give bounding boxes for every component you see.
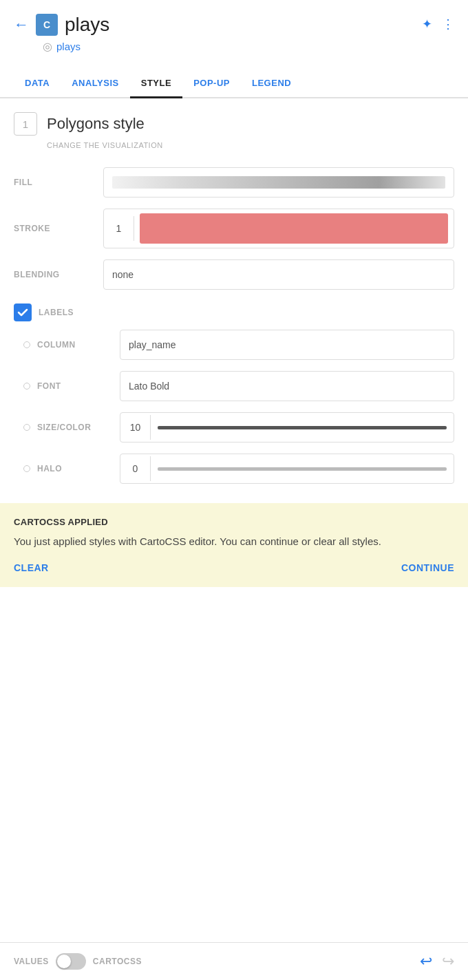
values-toggle[interactable] [56, 953, 86, 970]
move-icon[interactable]: ✦ [422, 17, 432, 32]
labels-label: LABELS [39, 308, 74, 317]
blending-value: none [112, 269, 134, 280]
footer: VALUES CARTOCSS ↩ ↪ [0, 942, 468, 980]
stroke-label: STROKE [14, 224, 96, 233]
blending-label: BLENDING [14, 270, 96, 279]
stroke-color-bar [140, 213, 448, 244]
fill-control[interactable] [103, 167, 454, 198]
header: ← C plays ✦ ⋮ [0, 0, 468, 36]
stroke-value: 1 [104, 216, 134, 241]
column-bullet [23, 341, 30, 348]
blending-control[interactable]: none [103, 259, 454, 290]
tabs: DATA ANALYSIS STYLE POP-UP LEGEND [0, 60, 468, 98]
halo-color-bar [158, 467, 447, 471]
labels-checkbox[interactable] [14, 303, 32, 321]
fill-label: FILL [14, 178, 96, 187]
header-right: ✦ ⋮ [422, 14, 454, 32]
sizecolor-row: SIZE/COLOR 10 [23, 407, 454, 448]
labels-row: LABELS [14, 295, 454, 324]
column-value: play_name [129, 339, 176, 350]
step-badge: 1 [14, 112, 37, 136]
sizecolor-bullet [23, 424, 30, 431]
tab-analysis[interactable]: ANALYSIS [61, 72, 130, 98]
halo-control[interactable]: 0 [120, 454, 454, 484]
undo-icon[interactable]: ↩ [420, 952, 432, 970]
section-subtitle: CHANGE THE VISUALIZATION [47, 141, 454, 149]
sub-rows: COLUMN play_name FONT Lato Bold SIZE/COL… [23, 324, 454, 489]
toggle-knob [57, 955, 71, 968]
column-row: COLUMN play_name [23, 324, 454, 365]
font-bullet [23, 383, 30, 390]
footer-left: VALUES CARTOCSS [14, 953, 142, 970]
more-icon[interactable]: ⋮ [442, 17, 454, 32]
font-value: Lato Bold [129, 381, 169, 392]
layer-icon: C [36, 14, 58, 36]
sizecolor-label: SIZE/COLOR [37, 423, 113, 432]
column-control[interactable]: play_name [120, 330, 454, 360]
section-title: Polygons style [47, 115, 145, 133]
style-rows: FILL STROKE 1 BLENDING none [14, 162, 454, 295]
sizecolor-color-bar [158, 426, 447, 429]
stroke-control[interactable]: 1 [103, 209, 454, 248]
redo-icon[interactable]: ↪ [442, 952, 454, 970]
blending-row: BLENDING none [14, 254, 454, 295]
halo-value: 0 [120, 456, 151, 481]
header-left: ← C plays [14, 14, 109, 36]
stroke-row: STROKE 1 [14, 203, 454, 254]
fill-bar [112, 176, 445, 189]
tab-style[interactable]: STYLE [130, 72, 182, 98]
carto-banner: CARTOCSS APPLIED You just applied styles… [0, 503, 468, 587]
cartocss-label: CARTOCSS [93, 957, 142, 966]
halo-row: HALO 0 [23, 448, 454, 489]
tab-legend[interactable]: LEGEND [241, 72, 302, 98]
halo-label: HALO [37, 464, 113, 473]
eye-icon: ◎ [43, 40, 52, 53]
content: 1 Polygons style CHANGE THE VISUALIZATIO… [0, 98, 468, 503]
carto-banner-actions: CLEAR CONTINUE [14, 562, 454, 573]
tab-data[interactable]: DATA [14, 72, 61, 98]
fill-row: FILL [14, 162, 454, 203]
footer-right: ↩ ↪ [420, 952, 454, 970]
clear-button[interactable]: CLEAR [14, 562, 49, 573]
sizecolor-control[interactable]: 10 [120, 412, 454, 443]
subtitle-link[interactable]: plays [56, 41, 81, 52]
font-row: FONT Lato Bold [23, 365, 454, 407]
carto-banner-text: You just applied styles with CartoCSS ed… [14, 534, 454, 550]
column-label: COLUMN [37, 340, 113, 350]
font-control[interactable]: Lato Bold [120, 371, 454, 401]
values-label: VALUES [14, 957, 49, 966]
tab-popup[interactable]: POP-UP [182, 72, 241, 98]
page-title: plays [65, 14, 109, 36]
subtitle-row: ◎ plays [0, 36, 468, 53]
continue-button[interactable]: CONTINUE [401, 562, 454, 573]
halo-bullet [23, 465, 30, 472]
sizecolor-value: 10 [120, 415, 151, 440]
font-label: FONT [37, 381, 113, 391]
carto-banner-title: CARTOCSS APPLIED [14, 517, 454, 527]
section-header: 1 Polygons style [14, 112, 454, 136]
back-icon[interactable]: ← [14, 16, 29, 34]
